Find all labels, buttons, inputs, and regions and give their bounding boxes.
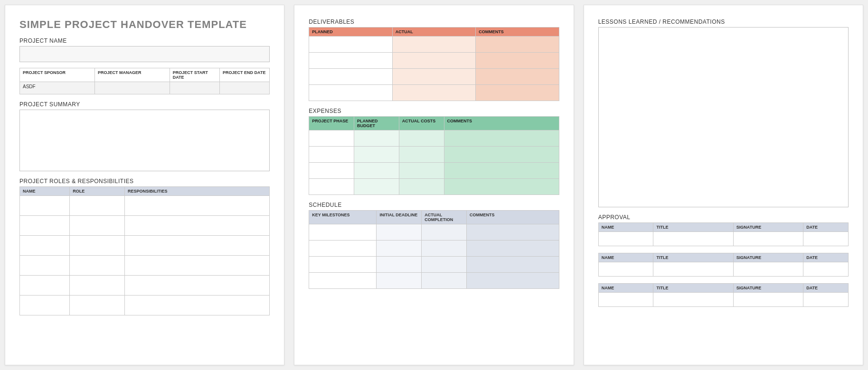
expenses-label: EXPENSES — [309, 108, 559, 114]
schedule-header: ACTUAL COMPLETION — [422, 211, 467, 224]
table-cell[interactable] — [125, 236, 270, 256]
project-end-date-input[interactable] — [220, 82, 270, 94]
table-cell[interactable] — [70, 256, 125, 276]
table-cell[interactable] — [309, 69, 392, 85]
table-cell[interactable] — [309, 179, 354, 195]
table-cell[interactable] — [399, 163, 444, 179]
table-cell[interactable] — [125, 256, 270, 276]
table-cell[interactable] — [422, 257, 467, 273]
table-cell[interactable] — [20, 276, 70, 296]
table-cell[interactable] — [309, 53, 392, 69]
table-cell[interactable] — [444, 130, 559, 147]
table-cell[interactable] — [309, 273, 377, 289]
table-cell[interactable] — [70, 296, 125, 315]
table-cell[interactable] — [354, 179, 399, 195]
table-cell[interactable] — [803, 262, 849, 277]
table-cell[interactable] — [444, 179, 559, 195]
table-cell[interactable] — [444, 163, 559, 179]
table-cell[interactable] — [20, 256, 70, 276]
table-cell[interactable] — [309, 85, 392, 101]
table-cell[interactable] — [377, 240, 422, 257]
table-cell[interactable] — [392, 69, 475, 85]
project-summary-input[interactable] — [19, 110, 270, 171]
table-cell[interactable] — [466, 257, 559, 273]
table-cell[interactable] — [70, 276, 125, 296]
table-cell[interactable] — [476, 37, 559, 53]
table-cell[interactable] — [653, 262, 733, 277]
table-cell[interactable] — [309, 130, 354, 147]
table-cell[interactable] — [653, 293, 733, 307]
expenses-header: PLANNED BUDGET — [354, 117, 399, 130]
table-cell[interactable] — [733, 232, 803, 246]
roles-header: NAME — [20, 187, 70, 196]
meta-header: PROJECT SPONSOR — [20, 68, 95, 82]
table-cell[interactable] — [392, 85, 475, 101]
lessons-input[interactable] — [598, 27, 849, 207]
table-cell[interactable] — [354, 163, 399, 179]
table-cell[interactable] — [733, 293, 803, 307]
table-cell[interactable] — [803, 293, 849, 307]
approval-header: SIGNATURE — [733, 253, 803, 262]
table-cell[interactable] — [598, 262, 653, 277]
table-cell[interactable] — [598, 293, 653, 307]
expenses-header: PROJECT PHASE — [309, 117, 354, 130]
table-cell[interactable] — [466, 273, 559, 289]
table-cell[interactable] — [476, 53, 559, 69]
table-cell[interactable] — [309, 37, 392, 53]
table-cell[interactable] — [309, 224, 377, 240]
schedule-table: KEY MILESTONES INITIAL DEADLINE ACTUAL C… — [309, 210, 559, 289]
table-cell[interactable] — [733, 262, 803, 277]
table-cell[interactable] — [466, 240, 559, 257]
table-cell[interactable] — [422, 273, 467, 289]
template-title: SIMPLE PROJECT HANDOVER TEMPLATE — [19, 18, 270, 31]
deliverables-header: PLANNED — [309, 28, 392, 37]
deliverables-table: PLANNED ACTUAL COMMENTS — [309, 27, 559, 101]
table-cell[interactable] — [476, 69, 559, 85]
table-cell[interactable] — [598, 232, 653, 246]
table-cell[interactable] — [70, 196, 125, 216]
expenses-header: ACTUAL COSTS — [399, 117, 444, 130]
table-cell[interactable] — [20, 196, 70, 216]
table-cell[interactable] — [466, 224, 559, 240]
table-cell[interactable] — [125, 276, 270, 296]
table-cell[interactable] — [20, 296, 70, 315]
project-name-input[interactable] — [19, 46, 270, 62]
table-cell[interactable] — [354, 147, 399, 163]
table-cell[interactable] — [422, 240, 467, 257]
schedule-header: INITIAL DEADLINE — [377, 211, 422, 224]
table-cell[interactable] — [70, 236, 125, 256]
table-cell[interactable] — [377, 257, 422, 273]
table-cell[interactable] — [399, 179, 444, 195]
table-cell[interactable] — [399, 130, 444, 147]
table-cell[interactable] — [20, 236, 70, 256]
table-cell[interactable] — [392, 53, 475, 69]
table-cell[interactable] — [354, 130, 399, 147]
table-cell[interactable] — [125, 296, 270, 315]
table-cell[interactable] — [20, 216, 70, 236]
table-cell[interactable] — [476, 85, 559, 101]
table-cell[interactable] — [309, 240, 377, 257]
project-start-date-input[interactable] — [170, 82, 219, 94]
lessons-label: LESSONS LEARNED / RECOMMENDATIONS — [598, 18, 849, 25]
table-cell[interactable] — [422, 224, 467, 240]
project-manager-input[interactable] — [94, 82, 170, 94]
table-cell[interactable] — [377, 224, 422, 240]
table-cell[interactable] — [399, 147, 444, 163]
table-cell[interactable] — [803, 232, 849, 246]
table-cell[interactable] — [309, 147, 354, 163]
roles-header: RESPONSIBILITIES — [125, 187, 270, 196]
table-cell[interactable] — [309, 257, 377, 273]
approval-block-3: NAME TITLE SIGNATURE DATE — [598, 283, 849, 307]
table-cell[interactable] — [444, 147, 559, 163]
table-cell[interactable] — [653, 232, 733, 246]
table-cell[interactable] — [392, 37, 475, 53]
table-cell[interactable] — [309, 163, 354, 179]
table-cell[interactable] — [125, 216, 270, 236]
table-cell[interactable] — [377, 273, 422, 289]
table-cell[interactable] — [70, 216, 125, 236]
project-sponsor-input[interactable]: ASDF — [20, 82, 95, 94]
schedule-header: COMMENTS — [466, 211, 559, 224]
page-1: SIMPLE PROJECT HANDOVER TEMPLATE PROJECT… — [5, 5, 284, 365]
approval-header: NAME — [598, 253, 653, 262]
table-cell[interactable] — [125, 196, 270, 216]
